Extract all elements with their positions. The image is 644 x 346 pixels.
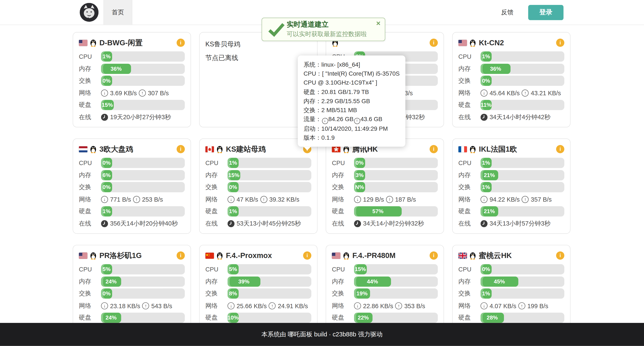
usage-bar-track: 1%: [480, 158, 564, 168]
upload-arrow-icon: ↑: [522, 90, 529, 96]
country-flag-icon: [206, 252, 214, 259]
metric-label: 网络: [79, 196, 101, 203]
metric-row: 在线 34天14小时2分钟32秒: [332, 218, 438, 230]
uptime-text: 34天14小时2分钟32秒: [363, 220, 424, 228]
metric-row: 交换0%: [206, 181, 311, 193]
site-logo[interactable]: [80, 3, 98, 22]
tooltip-row: 交换：2 MB/511 MB: [304, 106, 400, 115]
server-name: KS鲁贝母鸡: [206, 40, 311, 49]
uptime-value: 34天13小时57分钟3秒: [480, 220, 550, 228]
usage-bar-track: 39%: [228, 276, 311, 286]
info-icon[interactable]: i: [176, 39, 185, 47]
network-values: ↓129 B/s↑187 B/s: [354, 196, 416, 203]
usage-percent-label: 0%: [102, 78, 110, 84]
footer-panel-link[interactable]: 哪吒面板 build · c23b88b: [288, 330, 356, 338]
metric-row: 内存36%: [458, 62, 564, 75]
country-flag-icon: [79, 146, 87, 152]
metric-row: 交换19%: [332, 288, 438, 300]
usage-percent-label: 28%: [487, 315, 498, 321]
metric-label: 在线: [458, 220, 481, 228]
server-name: F.4.-Proxmox: [226, 251, 272, 260]
usage-bar-fill: 5%: [101, 264, 112, 274]
login-button[interactable]: 登录: [528, 5, 564, 20]
clock-icon: [101, 220, 108, 227]
metric-label: 内存: [332, 171, 354, 179]
info-icon[interactable]: i: [303, 252, 311, 260]
usage-bar-track: 0%: [354, 158, 438, 168]
country-flag-icon: [458, 146, 467, 152]
usage-percent-label: 1%: [102, 208, 110, 215]
upload-arrow-icon: ↑: [133, 196, 140, 203]
flag-us-icon: [332, 252, 340, 259]
metric-row: 内存24%: [79, 276, 185, 288]
clock-icon: [480, 220, 488, 227]
metric-row: CPU0%: [332, 157, 438, 169]
usage-percent-label: 1%: [102, 54, 110, 60]
metric-label: 硬盘: [206, 208, 228, 216]
usage-percent-label: 0%: [102, 290, 110, 297]
tab-home[interactable]: 首页: [104, 0, 132, 24]
info-icon[interactable]: i: [176, 252, 185, 260]
metric-label: 网络: [79, 89, 101, 97]
metric-label: 内存: [79, 65, 101, 72]
usage-bar-track: 11%: [480, 100, 564, 110]
feedback-link[interactable]: 反馈: [501, 0, 514, 24]
server-card: D-BWG-闲置 i CPU1%内存36%交换0%网络 ↓3.69 KB/s↑3…: [72, 32, 191, 127]
uptime-text: 19天20小时27分钟3秒: [110, 113, 171, 121]
footer: 本系统由 哪吒面板 build · c23b88b 强力驱动: [0, 323, 644, 346]
uptime-value: 356天14小时20分钟40秒: [101, 220, 178, 228]
metric-row: 在线 34天13小时57分钟3秒: [458, 218, 564, 230]
usage-bar-fill: 0%: [480, 264, 492, 274]
info-icon[interactable]: i: [556, 39, 564, 47]
tooltip-row: 硬盘：20.81 GB/1.79 TB: [304, 87, 400, 96]
usage-bar-fill: 28%: [480, 313, 504, 323]
metric-label: 交换: [458, 77, 481, 85]
usage-bar-fill: N%: [354, 182, 365, 192]
download-arrow-icon: ↓: [354, 302, 361, 309]
net-up-value: 307 B/s: [148, 90, 169, 96]
metric-row: 交换0%: [79, 181, 185, 193]
tooltip-row: 内存：2.29 GB/15.55 GB: [304, 96, 400, 106]
network-values: ↓771 B/s↑253 B/s: [101, 196, 163, 203]
metric-label: 硬盘: [458, 101, 481, 109]
metric-label: 硬盘: [206, 314, 228, 322]
server-info-tooltip: 系统：linux- [x86_64]CPU：[ "Intel(R) Core(T…: [298, 56, 406, 147]
info-icon[interactable]: i: [430, 252, 438, 260]
usage-bar-track: 5%: [101, 264, 185, 274]
flag-us-icon: [458, 40, 467, 46]
network-values: ↓4.07 KB/s↑199 B/s: [480, 302, 548, 309]
usage-bar-track: 0%: [101, 182, 185, 192]
info-icon[interactable]: i: [556, 145, 564, 153]
metric-row: CPU5%: [79, 263, 185, 276]
metric-row: 硬盘24%: [79, 312, 185, 324]
tooltip-row: 系统：linux- [x86_64]: [304, 60, 400, 69]
usage-percent-label: 24%: [106, 315, 116, 321]
flag-fr-icon: [458, 146, 467, 152]
info-icon[interactable]: i: [556, 252, 564, 260]
metric-row: 网络 ↓3.69 KB/s↑307 B/s: [79, 87, 185, 99]
metric-row: 硬盘22%: [332, 312, 438, 324]
traffic-down: 84.26 GB: [328, 116, 354, 122]
usage-bar-fill: 1%: [101, 206, 112, 216]
card-header: Kt-CN2 i: [458, 36, 564, 49]
download-arrow-icon: ↓: [480, 196, 488, 203]
usage-bar-track: 0%: [480, 264, 564, 274]
net-down-value: 4.07 KB/s: [490, 302, 516, 309]
clock-icon: [354, 220, 361, 227]
offline-status: 节点已离线: [206, 54, 311, 62]
upload-arrow-icon: ↑: [142, 302, 149, 309]
info-icon[interactable]: i: [176, 145, 185, 153]
usage-bar-track: 19%: [354, 288, 438, 299]
usage-percent-label: 44%: [367, 278, 378, 285]
toast-close-icon[interactable]: ✕: [376, 20, 381, 26]
usage-bar-track: 15%: [354, 264, 438, 274]
metric-row: CPU1%: [79, 50, 185, 63]
linux-tux-icon: [90, 39, 96, 47]
info-icon[interactable]: i: [430, 145, 438, 153]
usage-bar-fill: 36%: [480, 64, 510, 74]
upload-arrow-icon: ↑: [354, 118, 360, 124]
usage-bar-fill: 15%: [354, 264, 367, 274]
net-up-value: 199 B/s: [528, 302, 548, 309]
info-icon[interactable]: i: [430, 39, 438, 47]
clock-icon: [101, 114, 108, 121]
